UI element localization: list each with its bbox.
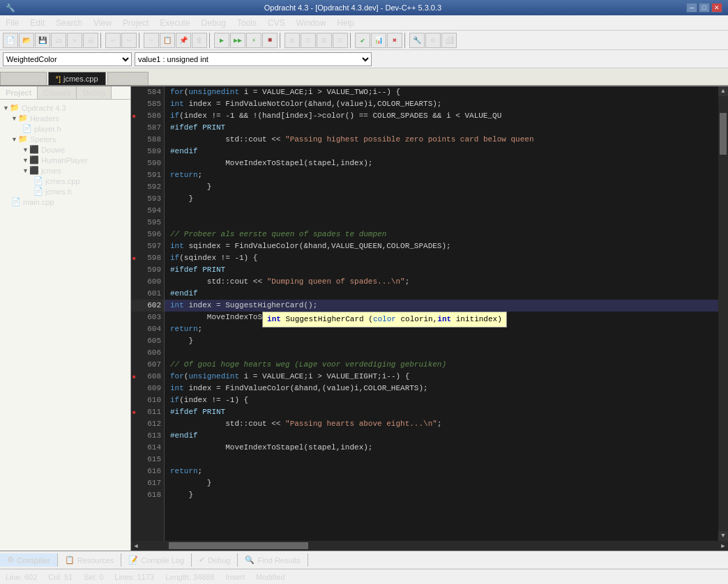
line-603: 603 — [131, 312, 164, 323]
panel-tab-findresults[interactable]: 🔍 Find Results — [238, 553, 308, 567]
tree-label: Spelers — [30, 135, 56, 144]
sidebar-panel: Project Classes Debug ▼ 📁 Opdracht 4.3 ▼… — [0, 86, 131, 551]
h-scroll-thumb[interactable] — [169, 542, 308, 549]
tree-label: Douwe — [41, 146, 65, 154]
tb-cut[interactable]: ✂ — [144, 33, 159, 48]
tb-comprun[interactable]: ⚡ — [246, 33, 261, 48]
menu-window[interactable]: Window — [291, 15, 332, 30]
menu-cvs[interactable]: CVS — [262, 15, 291, 30]
tb-extra2[interactable]: ⚙ — [425, 33, 441, 48]
menu-project[interactable]: Project — [117, 15, 154, 30]
scroll-left-arrow[interactable]: ◀ — [131, 542, 141, 550]
findresults-icon: 🔍 — [245, 555, 255, 564]
scroll-thumb[interactable] — [720, 113, 727, 155]
menu-edit[interactable]: Edit — [24, 15, 50, 30]
tb-check[interactable]: ✔ — [355, 33, 370, 48]
line-605: 605 — [131, 335, 164, 347]
menu-execute[interactable]: Execute — [154, 15, 195, 30]
class-icon: ⬛ — [29, 145, 39, 154]
scroll-up-arrow[interactable]: ▲ — [720, 86, 726, 96]
file-icon: 📄 — [33, 187, 43, 196]
line-615: 615 — [131, 454, 164, 466]
tree-headers[interactable]: ▼ 📁 Headers — [0, 113, 130, 123]
tree-jcmes-h[interactable]: 📄 jcmes.h — [0, 186, 130, 197]
tb-layout4[interactable]: ⊡ — [333, 33, 348, 48]
panel-tab-compiler[interactable]: ⚙ Compiler — [0, 553, 58, 567]
code-editor[interactable]: 584 585 586 587 588 589 590 591 592 593 … — [131, 86, 728, 541]
tb-save[interactable]: 💾 — [35, 33, 50, 48]
tree-label: Opdracht 4.3 — [22, 104, 66, 112]
tree-main-cpp[interactable]: 📄 main.cpp — [0, 197, 130, 207]
file-icon: 📄 — [22, 124, 32, 133]
tree-label: jcmes.cpp — [45, 177, 80, 185]
h-scroll-track[interactable] — [141, 542, 718, 549]
tb-chart[interactable]: 📊 — [371, 33, 386, 48]
menu-help[interactable]: Help — [331, 15, 360, 30]
expand-icon: ▼ — [22, 157, 29, 164]
line-609: 609 — [131, 383, 164, 394]
tb-paste[interactable]: 📌 — [176, 33, 191, 48]
tb-close[interactable]: ✕ — [67, 33, 82, 48]
member-dropdown[interactable]: value1 : unsigned int — [135, 52, 372, 66]
tab-label: main.cpp — [8, 75, 39, 83]
tb-print[interactable]: 🖨 — [83, 33, 98, 48]
tree-jcmes-cpp[interactable]: 📄 jcmes.cpp — [0, 176, 130, 186]
class-dropdown[interactable]: WeightedColor — [3, 52, 132, 66]
code-line-606 — [165, 347, 718, 359]
minimize-button[interactable]: ─ — [686, 3, 697, 13]
horizontal-scrollbar[interactable]: ◀ ▶ — [131, 541, 728, 551]
code-content[interactable]: for(unsigned int i = VALUE_ACE;i > VALUE… — [165, 86, 718, 541]
sidebar-tab-debug[interactable]: Debug — [77, 86, 111, 99]
code-line-587: #ifdef PRINT — [165, 122, 718, 134]
vertical-scrollbar[interactable]: ▲ ▼ — [718, 86, 728, 541]
scroll-down-arrow[interactable]: ▼ — [720, 531, 726, 541]
tb-redo[interactable]: ↪ — [121, 33, 137, 48]
tree-spelers[interactable]: ▼ 📁 Spelers — [0, 134, 130, 144]
tab-jcmes-h[interactable]: jcmes.h — [107, 72, 149, 85]
panel-tab-compilelog[interactable]: 📝 Compile Log — [121, 553, 192, 567]
tb-run[interactable]: ▶▶ — [230, 33, 245, 48]
close-button[interactable]: ✕ — [711, 3, 722, 13]
tb-layout3[interactable]: ⊠ — [317, 33, 332, 48]
tb-stoprun[interactable]: ■ — [262, 33, 278, 48]
tab-jcmes-cpp[interactable]: *] jcmes.cpp — [48, 72, 106, 85]
line-617: 617 — [131, 477, 164, 489]
menu-search[interactable]: Search — [50, 15, 88, 30]
line-606: 606 — [131, 347, 164, 359]
panel-tab-debug[interactable]: ✔ Debug — [192, 553, 238, 567]
menu-debug[interactable]: Debug — [196, 15, 232, 30]
status-mode: Insert — [226, 573, 245, 581]
tb-undo[interactable]: ↩ — [105, 33, 121, 48]
folder-icon: 📁 — [10, 103, 20, 112]
panel-tab-resources[interactable]: 📋 Resources — [58, 553, 122, 567]
tree-label: jcmes — [41, 167, 61, 175]
tree-douwe[interactable]: ▼ ⬛ Douwe — [0, 144, 130, 155]
menu-view[interactable]: View — [88, 15, 117, 30]
scroll-right-arrow[interactable]: ▶ — [718, 542, 728, 550]
tree-project-root[interactable]: ▼ 📁 Opdracht 4.3 — [0, 102, 130, 113]
tab-main-cpp[interactable]: main.cpp — [0, 72, 47, 85]
tree-humanplayer[interactable]: ▼ ⬛ HumanPlayer — [0, 155, 130, 165]
tb-new[interactable]: 📄 — [3, 33, 18, 48]
tree-player-h[interactable]: 📄 player.h — [0, 123, 130, 134]
tb-layout2[interactable]: ⊟ — [301, 33, 316, 48]
tree-jcmes[interactable]: ▼ ⬛ jcmes — [0, 165, 130, 176]
menu-tools[interactable]: Tools — [232, 15, 262, 30]
tb-stop2[interactable]: ✖ — [387, 33, 402, 48]
tb-compile[interactable]: ▶ — [214, 33, 229, 48]
menu-file[interactable]: File — [0, 15, 24, 30]
tb-delete[interactable]: 🗑 — [192, 33, 207, 48]
tb-layout1[interactable]: ⊞ — [285, 33, 300, 48]
tb-extra3[interactable]: ⬜ — [441, 33, 457, 48]
sidebar-tab-classes[interactable]: Classes — [38, 86, 77, 99]
tb-extra1[interactable]: 🔧 — [409, 33, 425, 48]
sidebar-tab-project[interactable]: Project — [0, 86, 38, 99]
class-icon: ⬛ — [29, 155, 39, 164]
code-line-605: } — [165, 335, 718, 347]
maximize-button[interactable]: □ — [699, 3, 710, 13]
tb-open[interactable]: 📂 — [19, 33, 34, 48]
tb-copy[interactable]: 📋 — [160, 33, 175, 48]
status-bar: Line: 602 Col: 51 Sel: 0 Lines: 1173 Len… — [0, 569, 728, 584]
tb-saveall[interactable]: 🗂 — [51, 33, 66, 48]
code-line-592: } — [165, 181, 718, 193]
